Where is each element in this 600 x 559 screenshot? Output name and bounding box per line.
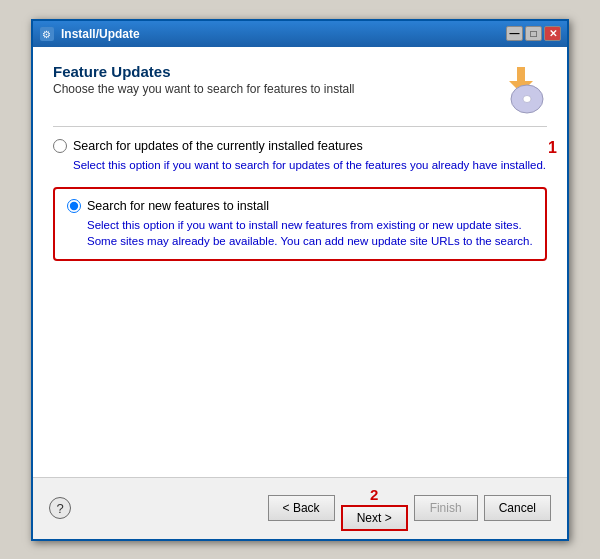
install-icon	[495, 63, 547, 118]
option1-radio[interactable]	[53, 139, 67, 153]
cancel-button[interactable]: Cancel	[484, 495, 551, 521]
option2-radio-row: Search for new features to install	[67, 199, 533, 213]
header-divider	[53, 126, 547, 127]
step2-wrapper: 2 Next >	[341, 486, 408, 531]
titlebar-controls: — □ ✕	[506, 26, 561, 41]
window-title: Install/Update	[61, 27, 140, 41]
svg-text:⚙: ⚙	[42, 29, 51, 40]
main-window: ⚙ Install/Update — □ ✕ Feature Updates C…	[31, 19, 569, 541]
option2-radio[interactable]	[67, 199, 81, 213]
titlebar-app-icon: ⚙	[39, 26, 55, 42]
option2-description: Select this option if you want to instal…	[87, 217, 533, 249]
help-button[interactable]: ?	[49, 497, 71, 519]
next-button[interactable]: Next >	[341, 505, 408, 531]
option2-wrapper: Search for new features to install Selec…	[53, 187, 547, 261]
option1-section: Search for updates of the currently inst…	[53, 139, 547, 173]
page-header: Feature Updates Choose the way you want …	[53, 63, 547, 118]
option2-label[interactable]: Search for new features to install	[87, 199, 269, 213]
titlebar-left: ⚙ Install/Update	[39, 26, 140, 42]
button-bar: ? < Back 2 Next > Finish Cancel	[33, 477, 567, 539]
option1-label[interactable]: Search for updates of the currently inst…	[73, 139, 363, 153]
option2-highlighted-box: Search for new features to install Selec…	[53, 187, 547, 261]
svg-point-4	[523, 95, 531, 102]
maximize-button[interactable]: □	[525, 26, 542, 41]
page-subtitle: Choose the way you want to search for fe…	[53, 82, 355, 96]
option1-radio-row: Search for updates of the currently inst…	[53, 139, 547, 153]
cd-icon-svg	[495, 63, 547, 115]
content-area: Feature Updates Choose the way you want …	[33, 47, 567, 477]
option1-wrapper: Search for updates of the currently inst…	[53, 139, 547, 173]
titlebar: ⚙ Install/Update — □ ✕	[33, 21, 567, 47]
header-text: Feature Updates Choose the way you want …	[53, 63, 355, 96]
step2-label: 2	[370, 486, 378, 503]
navigation-buttons: < Back 2 Next > Finish Cancel	[268, 486, 551, 531]
page-title: Feature Updates	[53, 63, 355, 80]
minimize-button[interactable]: —	[506, 26, 523, 41]
option1-description: Select this option if you want to search…	[73, 157, 547, 173]
finish-button[interactable]: Finish	[414, 495, 478, 521]
step1-label: 1	[548, 139, 557, 157]
back-button[interactable]: < Back	[268, 495, 335, 521]
close-button[interactable]: ✕	[544, 26, 561, 41]
